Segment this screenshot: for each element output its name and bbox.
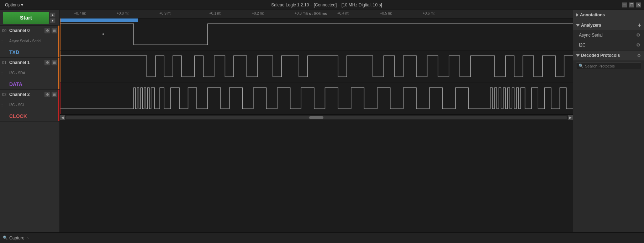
channel-name-1: Channel 1: [9, 60, 43, 65]
decoded-protocols-header[interactable]: Decoded Protocols ⚙: [573, 50, 644, 60]
search-box[interactable]: 🔍: [576, 63, 641, 69]
channel-signal-0: TXD: [9, 49, 57, 55]
start-arrows: ▲ ▼: [50, 12, 56, 23]
window-controls: ─ ❐ ✕: [622, 2, 641, 7]
close-button[interactable]: ✕: [636, 2, 641, 7]
annotations-section: Annotations: [573, 10, 644, 20]
channel-add-icon-0[interactable]: ⊞: [52, 28, 57, 33]
channel-subtitle-2: I2C - SCL: [9, 103, 57, 107]
waveform-svg-0: [60, 18, 573, 50]
time-tick-7: +0.5 m:: [380, 11, 392, 15]
search-icon-status: 🔍: [3, 236, 8, 240]
scrollbar-track[interactable]: [65, 116, 567, 119]
channel-row-1: 01 Channel 1 ⚙ ⊞ I2C - SDA DATA ⋮⋮: [0, 58, 59, 90]
channel-marker-1: [58, 58, 59, 89]
channel-drag-1: ⋮⋮: [1, 71, 4, 76]
channel-marker-2: [58, 90, 59, 121]
analyzer-row-1: I2C ⚙: [573, 40, 644, 50]
channel-add-icon-2[interactable]: ⊞: [52, 92, 57, 97]
analyzers-section: Analyzers + Async Serial ⚙ I2C ⚙: [573, 20, 644, 50]
arrow-down-button[interactable]: ▼: [50, 18, 56, 23]
analyzers-header[interactable]: Analyzers +: [573, 20, 644, 30]
scroll-right-button[interactable]: ▶: [568, 115, 573, 120]
scroll-left-button[interactable]: ◀: [60, 115, 65, 120]
decoded-protocols-triangle-icon: [576, 54, 580, 57]
time-ruler: 5 s : 806 ms +0.7 m: +0.8 m: +0.9 m: +0.…: [60, 10, 573, 18]
channel-row-0: 00 Channel 0 ⚙ ⊞ Async Serial - Serial T…: [0, 26, 59, 58]
analyzer-name-1: I2C: [579, 43, 634, 48]
channel-signal-2: CLOCK: [9, 113, 57, 119]
cursor-line-2: [60, 82, 60, 114]
arrow-up-button[interactable]: ▲: [50, 12, 56, 17]
channel-number-0: 00: [2, 28, 8, 33]
right-panel: Annotations Analyzers + Async Serial ⚙ I…: [573, 10, 644, 232]
decoded-protocols-label: Decoded Protocols: [581, 53, 635, 58]
capture-label: Capture: [9, 236, 25, 241]
time-display: 5 s : 806 ms: [306, 10, 327, 16]
analyzers-add-button[interactable]: +: [638, 22, 641, 28]
waveform-area[interactable]: 5 s : 806 ms +0.7 m: +0.8 m: +0.9 m: +0.…: [60, 10, 573, 232]
analyzers-label: Analyzers: [581, 23, 637, 28]
main-layout: Start ▲ ▼ 00 Channel 0 ⚙ ⊞ Async Serial …: [0, 10, 644, 232]
channel-gear-icon-2[interactable]: ⚙: [44, 92, 50, 97]
channel-add-icon-1[interactable]: ⊞: [52, 60, 57, 65]
channel-top-1: 01 Channel 1 ⚙ ⊞: [2, 60, 57, 65]
search-protocols-input[interactable]: [585, 64, 639, 68]
scrollbar-thumb[interactable]: [309, 116, 323, 119]
channel-number-1: 01: [2, 60, 8, 65]
time-tick-4: +0.2 m:: [252, 11, 264, 15]
decoded-protocols-settings-icon[interactable]: ⚙: [637, 53, 641, 58]
analyzer-gear-icon-1[interactable]: ⚙: [635, 42, 641, 48]
channel-marker-0: [58, 26, 59, 57]
scroll-area: ◀ ▶: [60, 114, 573, 120]
time-tick-3: +0.1 m:: [209, 11, 221, 15]
options-menu[interactable]: Options ▾: [3, 2, 25, 8]
annotations-label: Annotations: [580, 12, 641, 17]
channel-drag-2: ⋮⋮: [1, 103, 4, 108]
cursor-line-1: [60, 50, 60, 82]
analyzer-row-0: Async Serial ⚙: [573, 30, 644, 40]
channel-name-2: Channel 2: [9, 92, 43, 97]
channel-name-0: Channel 0: [9, 28, 43, 33]
status-arrow: ›: [27, 236, 29, 240]
cursor-line: [60, 18, 60, 50]
status-bar: 🔍 Capture ›: [0, 232, 644, 243]
search-icon: 🔍: [579, 64, 584, 68]
analyzer-gear-icon-0[interactable]: ⚙: [635, 32, 641, 38]
time-tick-6: +0.4 m:: [337, 11, 349, 15]
channel-number-2: 02: [2, 92, 8, 97]
restore-button[interactable]: ❐: [629, 2, 634, 7]
waveform-channel-2: [60, 82, 573, 114]
channel-gear-icon-0[interactable]: ⚙: [44, 28, 50, 33]
decoded-protocols-section: Decoded Protocols ⚙ 🔍: [573, 50, 644, 232]
time-tick-0: +0.7 m:: [74, 11, 86, 15]
titlebar-title: Saleae Logic 1.2.10 – [Connected] – [10 …: [31, 2, 622, 7]
minimize-button[interactable]: ─: [622, 2, 627, 7]
time-tick-1: +0.8 m:: [117, 11, 129, 15]
waveform-svg-1: [60, 50, 573, 82]
time-tick-5: +0.3 m:: [295, 11, 307, 15]
time-tick-2: +0.9 m:: [159, 11, 171, 15]
channel-signal-1: DATA: [9, 81, 57, 87]
channel-drag-0: ⋮⋮: [1, 39, 4, 44]
channel-subtitle-1: I2C - SDA: [9, 71, 57, 75]
waveform-channel-0: [60, 18, 573, 50]
titlebar: Options ▾ Saleae Logic 1.2.10 – [Connect…: [0, 0, 644, 10]
time-tick-8: +0.6 m:: [423, 11, 435, 15]
annotations-header[interactable]: Annotations: [573, 10, 644, 20]
channel-row-2: 02 Channel 2 ⚙ ⊞ I2C - SCL CLOCK ⋮⋮: [0, 90, 59, 122]
waveform-svg-2: [60, 82, 573, 114]
start-button[interactable]: Start: [3, 12, 49, 24]
start-area: Start ▲ ▼: [0, 10, 59, 26]
channel-gear-icon-1[interactable]: ⚙: [44, 60, 50, 65]
channel-top-2: 02 Channel 2 ⚙ ⊞: [2, 92, 57, 97]
annotations-triangle-icon: [576, 13, 579, 17]
channel-panel: Start ▲ ▼ 00 Channel 0 ⚙ ⊞ Async Serial …: [0, 10, 60, 232]
waveform-channel-1: [60, 50, 573, 82]
capture-button[interactable]: 🔍 Capture: [3, 236, 25, 241]
analyzer-name-0: Async Serial: [579, 33, 634, 38]
analyzers-triangle-icon: [576, 24, 580, 27]
channel-top-0: 00 Channel 0 ⚙ ⊞: [2, 28, 57, 33]
channel-subtitle-0: Async Serial - Serial: [9, 39, 57, 43]
